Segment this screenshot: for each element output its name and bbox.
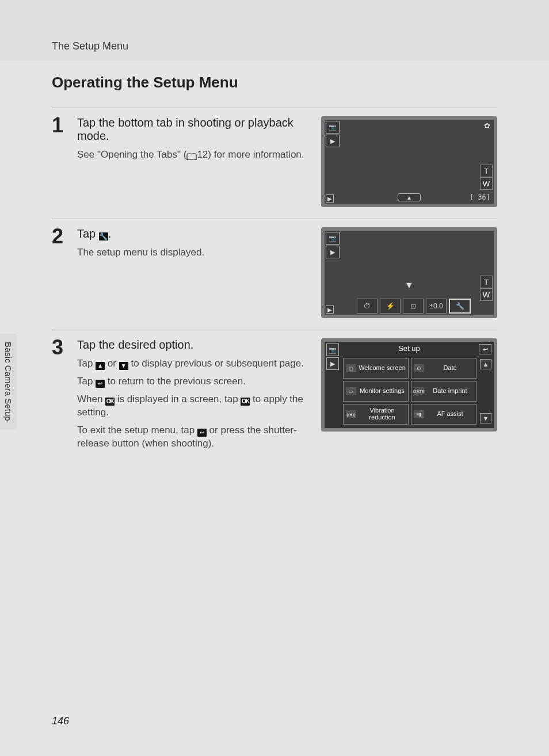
lcd-screenshot-1: 📷 ▶ ▶ ✿ T W ▲ [ 36] <box>321 116 497 207</box>
tab-close-icon[interactable]: ▼ <box>398 281 421 289</box>
back-icon: ↩ <box>197 429 207 437</box>
zoom-controls: T W <box>480 165 493 190</box>
manual-page: The Setup Menu Operating the Setup Menu … <box>0 0 549 756</box>
zoom-wide-icon[interactable]: W <box>480 177 493 190</box>
option-label: Monitor settings <box>359 388 406 395</box>
step-1: 1 Tap the bottom tab in shooting or play… <box>52 116 497 207</box>
divider <box>52 108 497 108</box>
book-icon <box>186 153 197 161</box>
monitor-icon: ▭ <box>346 387 356 395</box>
step-3-sub-4: To exit the setup menu, tap ↩ or press t… <box>77 424 310 450</box>
vr-icon: ((●)) <box>346 410 356 418</box>
step-number: 3 <box>52 338 77 455</box>
text: to return to the previous screen. <box>105 376 246 387</box>
step-number: 2 <box>52 227 77 318</box>
divider <box>52 219 497 219</box>
option-date[interactable]: ⏲ Date <box>411 358 476 379</box>
text: Tap <box>77 376 96 387</box>
playback-tab-icon[interactable]: ▶ <box>326 246 340 258</box>
text: . <box>108 227 112 240</box>
frame-counter: [ 36] <box>470 193 490 201</box>
option-label: Welcome screen <box>359 365 406 372</box>
page-number: 146 <box>52 715 69 727</box>
setup-wrench-icon[interactable]: 🔧 <box>449 299 471 314</box>
text: To exit the setup menu, tap <box>77 425 197 436</box>
back-icon: ↩ <box>96 380 105 388</box>
option-label: AF assist <box>426 411 474 418</box>
lcd-left-tabs: 📷 ▶ ▶ <box>325 231 341 315</box>
option-label: Date <box>426 365 474 372</box>
option-vibration-reduction[interactable]: ((●)) Vibration reduction <box>343 404 409 425</box>
step-1-sub: See "Opening the Tabs" (12) for more inf… <box>77 148 310 162</box>
camera-tab-icon[interactable]: 📷 <box>326 232 340 245</box>
lcd3-side-tabs: 📷 ▶ <box>326 343 340 371</box>
option-monitor-settings[interactable]: ▭ Monitor settings <box>343 381 409 402</box>
step-2-heading: Tap 🔧. <box>77 227 310 240</box>
step-3-sub-1: Tap ▲ or ▼ to display previous or subseq… <box>77 357 310 371</box>
af-assist-icon: ≡▮ <box>414 410 424 418</box>
up-icon: ▲ <box>96 362 105 370</box>
option-af-assist[interactable]: ≡▮ AF assist <box>411 404 476 425</box>
option-welcome-screen[interactable]: ▢ Welcome screen <box>343 358 409 379</box>
text: is displayed in a screen, tap <box>115 394 241 404</box>
selftimer-icon[interactable]: ⏱ <box>357 299 378 314</box>
exposure-comp-icon[interactable]: ±0.0 <box>426 299 447 314</box>
welcome-screen-icon: ▢ <box>346 364 356 372</box>
clock-icon: ⏲ <box>414 364 424 372</box>
back-button[interactable]: ↩ <box>479 344 491 354</box>
flash-icon[interactable]: ⚡ <box>380 299 401 314</box>
step-1-heading: Tap the bottom tab in shooting or playba… <box>77 116 310 143</box>
bottom-icon-row: ⏱ ⚡ ⊡ ±0.0 🔧 <box>357 299 471 314</box>
camera-tab-icon[interactable]: 📷 <box>326 343 339 356</box>
date-imprint-icon: DATE <box>414 387 424 395</box>
playback-tab-icon[interactable]: ▶ <box>326 357 339 370</box>
camera-tab-icon[interactable]: 📷 <box>326 121 340 133</box>
step-2-sub: The setup menu is displayed. <box>77 246 310 259</box>
ok-icon: OK <box>241 398 250 406</box>
step-3-heading: Tap the desired option. <box>77 338 310 352</box>
playback-tab-icon[interactable]: ▶ <box>326 135 340 147</box>
text: Tap <box>77 358 96 369</box>
setup-options-grid: ▢ Welcome screen ⏲ Date ▭ Monitor settin… <box>343 358 476 425</box>
down-icon: ▼ <box>119 362 128 370</box>
option-label: Vibration reduction <box>359 407 406 421</box>
wrench-icon: 🔧 <box>99 232 108 240</box>
step-2: 2 Tap 🔧. The setup menu is displayed. 📷 … <box>52 227 497 318</box>
text: When <box>77 394 105 404</box>
page-title: Operating the Setup Menu <box>52 70 497 91</box>
step-3-sub-2: Tap ↩ to return to the previous screen. <box>77 375 310 388</box>
text: 12) for more information. <box>197 149 304 160</box>
option-label: Date imprint <box>426 388 474 395</box>
ok-icon: OK <box>105 398 115 406</box>
zoom-controls: T W <box>480 276 493 301</box>
lcd-left-tabs: 📷 ▶ ▶ <box>325 120 341 204</box>
setup-menu-title: Set up <box>342 344 476 353</box>
mode-icon[interactable]: ⊡ <box>403 299 424 314</box>
step-number: 1 <box>52 116 77 207</box>
side-section-tab: Basic Camera Setup <box>0 334 17 429</box>
text: Tap <box>77 227 99 240</box>
zoom-tele-icon[interactable]: T <box>480 165 493 177</box>
zoom-tele-icon[interactable]: T <box>480 276 493 288</box>
page-up-button[interactable]: ▲ <box>480 359 491 369</box>
option-date-imprint[interactable]: DATE Date imprint <box>411 381 476 402</box>
lcd-screenshot-2: 📷 ▶ ▶ T W ▼ ⏱ ⚡ ⊡ ±0.0 🔧 <box>321 227 497 318</box>
zoom-wide-icon[interactable]: W <box>480 288 493 301</box>
divider <box>52 330 497 330</box>
page-down-button[interactable]: ▼ <box>480 413 491 423</box>
text: to display previous or subsequent page. <box>128 358 304 369</box>
step-3-sub-3: When OK is displayed in a screen, tap OK… <box>77 393 310 419</box>
text: or <box>105 358 119 369</box>
lcd-screenshot-3: 📷 ▶ Set up ↩ ▲ ▼ ▢ Welcome screen ⏲ <box>321 338 497 432</box>
text: See "Opening the Tabs" ( <box>77 149 186 160</box>
expand-arrow-icon[interactable]: ▶ <box>326 306 334 314</box>
running-header: The Setup Menu <box>52 40 128 52</box>
expand-arrow-icon[interactable]: ▶ <box>326 194 334 203</box>
scene-icon: ✿ <box>484 121 490 130</box>
tab-open-icon[interactable]: ▲ <box>398 193 421 201</box>
step-3: 3 Tap the desired option. Tap ▲ or ▼ to … <box>52 338 497 455</box>
